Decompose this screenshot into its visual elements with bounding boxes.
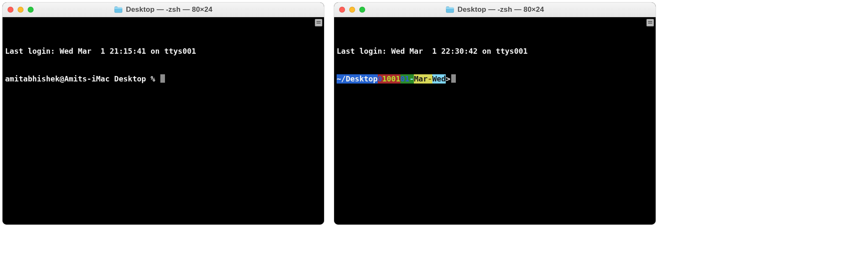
prompt-path-segment: ~/Desktop: [337, 74, 378, 84]
scroll-indicator-icon[interactable]: [315, 19, 322, 26]
terminal-body[interactable]: Last login: Wed Mar 1 21:15:41 on ttys00…: [3, 17, 324, 225]
prompt-date-day: 01: [400, 74, 410, 84]
scroll-indicator-icon[interactable]: [646, 19, 654, 26]
terminal-window-left: Desktop — -zsh — 80×24 Last login: Wed M…: [3, 3, 324, 225]
folder-icon: [446, 6, 454, 13]
prompt-date-dash1: -: [409, 74, 414, 84]
prompt-date-weekday: Wed: [432, 74, 446, 84]
terminal-window-right: Desktop — -zsh — 80×24 Last login: Wed M…: [334, 3, 656, 225]
zoom-icon[interactable]: [28, 7, 34, 13]
prompt-date-dash2: -: [428, 74, 432, 84]
window-title-wrap: Desktop — -zsh — 80×24: [3, 5, 324, 14]
last-login-line: Last login: Wed Mar 1 22:30:42 on ttys00…: [337, 47, 653, 56]
traffic-lights: [3, 7, 34, 13]
svg-rect-0: [115, 8, 122, 9]
prompt-line: amitabhishek@Amits-iMac Desktop %: [5, 74, 322, 84]
window-title: Desktop — -zsh — 80×24: [458, 5, 544, 14]
titlebar[interactable]: Desktop — -zsh — 80×24: [334, 3, 656, 17]
prompt-history-digit0: 0: [378, 74, 382, 84]
terminal-body[interactable]: Last login: Wed Mar 1 22:30:42 on ttys00…: [334, 17, 656, 225]
minimize-icon[interactable]: [18, 7, 24, 13]
prompt-history-digits: 1001: [382, 74, 400, 84]
prompt-date-month: Mar: [414, 74, 428, 84]
svg-rect-1: [446, 8, 454, 9]
zoom-icon[interactable]: [359, 7, 365, 13]
minimize-icon[interactable]: [349, 7, 355, 13]
prompt-gt: >: [446, 74, 450, 84]
cursor-icon: [451, 74, 456, 83]
window-title: Desktop — -zsh — 80×24: [126, 5, 212, 14]
last-login-line: Last login: Wed Mar 1 21:15:41 on ttys00…: [5, 47, 322, 56]
window-title-wrap: Desktop — -zsh — 80×24: [334, 5, 656, 14]
prompt-text: amitabhishek@Amits-iMac Desktop %: [5, 74, 159, 83]
cursor-icon: [160, 74, 165, 83]
titlebar[interactable]: Desktop — -zsh — 80×24: [3, 3, 324, 17]
close-icon[interactable]: [339, 7, 345, 13]
traffic-lights: [334, 7, 365, 13]
folder-icon: [114, 6, 123, 13]
close-icon[interactable]: [8, 7, 13, 13]
prompt-line: ~/Desktop0100101-Mar-Wed>: [337, 74, 653, 84]
